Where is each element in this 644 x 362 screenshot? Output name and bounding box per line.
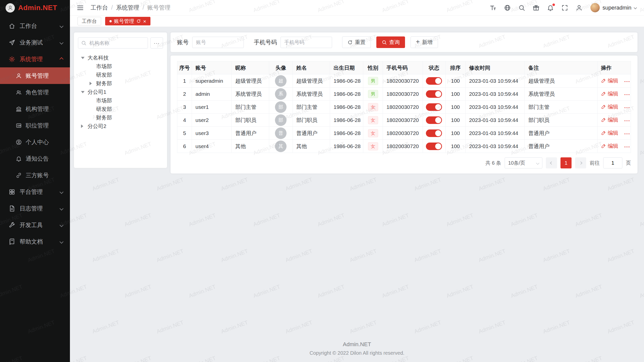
more-actions-button[interactable]: ··· [624, 78, 630, 84]
caret-right-icon[interactable] [90, 82, 92, 85]
next-page-button[interactable] [575, 157, 586, 168]
tree-node[interactable]: 财务部 [78, 113, 163, 122]
tree-node[interactable]: 市场部 [78, 96, 163, 105]
edit-button[interactable]: 编辑 [601, 129, 618, 137]
column-header: 头像 [269, 61, 293, 74]
tree-node[interactable]: 大名科技 [78, 54, 163, 62]
sidebar-item-label: 业务测试 [20, 39, 43, 47]
more-actions-button[interactable]: ··· [624, 105, 630, 110]
tree-node[interactable]: 研发部 [78, 105, 163, 113]
sidebar-item-help-docs[interactable]: 帮助文档 [0, 233, 70, 250]
tree-node[interactable]: 财务部 [78, 79, 163, 88]
username: superadmin [602, 5, 631, 11]
org-name-search-input[interactable] [78, 37, 148, 49]
status-toggle[interactable] [426, 129, 442, 137]
tabbar: 工作台 账号管理 × [70, 16, 644, 27]
caret-down-icon[interactable] [81, 91, 85, 93]
gift-icon[interactable] [532, 4, 540, 12]
cell-index: 4 [177, 114, 192, 127]
cell-birth-date: 1986-06-28 [330, 87, 363, 101]
tree-node[interactable]: 研发部 [78, 71, 163, 79]
column-header: 姓名 [293, 61, 330, 74]
edit-pencil-icon [601, 130, 606, 135]
cell-name: 部门主管 [293, 101, 330, 114]
bank-icon [16, 106, 22, 112]
cell-gender: 女 [363, 101, 383, 114]
current-page-button[interactable]: 1 [560, 157, 572, 168]
sidebar-item-notice[interactable]: 通知公告 [0, 150, 70, 167]
edit-pencil-icon [601, 91, 606, 96]
query-button[interactable]: 查询 [376, 36, 405, 48]
tree-more-button[interactable]: ··· [150, 37, 163, 49]
tab-account-management[interactable]: 账号管理 × [105, 17, 150, 25]
prev-page-button[interactable] [546, 157, 557, 168]
system-submenu: 账号管理 角色管理 机构管理 职位管理 个人中心 [0, 67, 70, 184]
caret-down-icon[interactable] [81, 57, 85, 59]
close-icon[interactable]: × [143, 19, 146, 24]
page-size-select[interactable]: 10条/页 [505, 157, 542, 168]
more-actions-button[interactable]: ··· [624, 131, 630, 137]
notification-bell-icon[interactable] [546, 4, 554, 12]
cell-remark: 系统管理员 [525, 87, 597, 101]
account-filter-input[interactable] [192, 37, 244, 48]
goto-page-input[interactable] [603, 157, 622, 168]
caret-right-icon[interactable] [81, 124, 83, 128]
breadcrumb-item[interactable]: 系统管理 [116, 4, 139, 12]
tree-node[interactable]: 市场部 [78, 62, 163, 71]
breadcrumb-separator: / [111, 4, 113, 11]
more-actions-button[interactable]: ··· [624, 92, 630, 97]
hamburger-menu-icon[interactable] [76, 4, 84, 12]
status-toggle[interactable] [426, 77, 442, 85]
chevron-down-icon [60, 223, 64, 227]
fullscreen-icon[interactable] [561, 4, 569, 12]
search-icon [382, 40, 387, 45]
tab-workbench[interactable]: 工作台 [77, 17, 101, 25]
tree-node[interactable]: 分公司2 [78, 122, 163, 130]
edit-button[interactable]: 编辑 [601, 116, 618, 123]
sidebar-item-account-management[interactable]: 账号管理 [0, 67, 70, 84]
reset-button[interactable]: 重置 [342, 36, 371, 48]
sidebar-item-position-management[interactable]: 职位管理 [0, 117, 70, 134]
column-header: 修改时间 [465, 61, 525, 74]
font-size-icon[interactable] [489, 4, 497, 12]
refresh-icon[interactable] [136, 19, 141, 23]
status-toggle[interactable] [426, 116, 442, 124]
chevron-down-icon [536, 161, 539, 165]
edit-button[interactable]: 编辑 [601, 90, 618, 97]
edit-button[interactable]: 编辑 [601, 143, 618, 150]
more-actions-button[interactable]: ··· [624, 144, 630, 150]
table-row: 5 user3 普通用户 普 普通用户 1986-06-28 女 1802003… [177, 127, 631, 140]
status-toggle[interactable] [426, 90, 442, 98]
sidebar-item-personal-center[interactable]: 个人中心 [0, 134, 70, 150]
cell-gender: 女 [363, 127, 383, 140]
sidebar-item-org-management[interactable]: 机构管理 [0, 101, 70, 117]
sidebar-item-dev-tools[interactable]: 开发工具 [0, 217, 70, 233]
status-toggle[interactable] [426, 103, 442, 111]
sidebar-item-log-management[interactable]: 日志管理 [0, 200, 70, 217]
more-actions-button[interactable]: ··· [624, 118, 630, 123]
sidebar-item-role-management[interactable]: 角色管理 [0, 84, 70, 101]
chevron-down-icon [60, 190, 64, 194]
edit-pencil-icon [601, 104, 606, 109]
globe-icon[interactable] [503, 4, 511, 12]
tree-node[interactable]: 分公司1 [78, 88, 163, 96]
status-toggle[interactable] [426, 143, 442, 150]
add-button[interactable]: + 新增 [411, 36, 438, 48]
tree-node-label: 财务部 [96, 114, 112, 121]
user-icon[interactable] [575, 4, 583, 12]
sidebar-item-business-test[interactable]: 业务测试 [0, 34, 70, 51]
cell-gender: 男 [363, 87, 383, 101]
sidebar-item-workbench[interactable]: 工作台 [0, 18, 70, 34]
search-icon[interactable] [518, 4, 526, 12]
edit-button[interactable]: 编辑 [601, 103, 618, 110]
sidebar-item-system-management[interactable]: 系统管理 [0, 51, 70, 67]
org-tree-card: ··· 大名科技 市场部 研发部 [74, 32, 167, 168]
cell-account: user4 [192, 140, 232, 153]
edit-button[interactable]: 编辑 [601, 77, 618, 84]
breadcrumb-item[interactable]: 工作台 [91, 4, 108, 12]
phone-filter-input[interactable] [280, 37, 332, 48]
sidebar-item-third-party-account[interactable]: 三方账号 [0, 167, 70, 184]
cell-avatar: 系 [269, 87, 293, 101]
sidebar-item-platform-management[interactable]: 平台管理 [0, 184, 70, 200]
user-menu[interactable]: superadmin [590, 3, 636, 12]
